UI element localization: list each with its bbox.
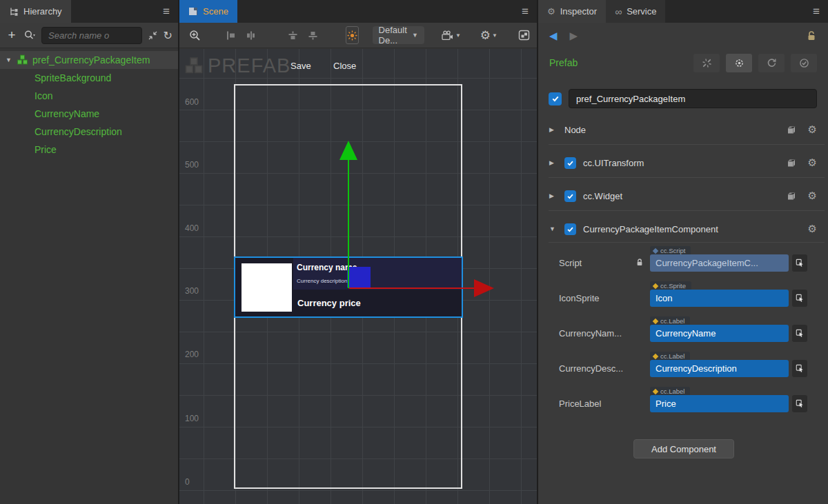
tab-inspector-label: Inspector bbox=[560, 6, 597, 17]
chevron-down-icon: ▼ bbox=[412, 32, 418, 39]
unlock-icon[interactable] bbox=[806, 30, 817, 41]
reference-picker-button[interactable] bbox=[792, 325, 807, 342]
reference-picker-button[interactable] bbox=[792, 395, 807, 412]
tree-row[interactable]: SpriteBackground bbox=[0, 69, 178, 87]
gizmo-y-axis[interactable] bbox=[348, 159, 349, 288]
tab-inspector[interactable]: ⚙ Inspector bbox=[538, 0, 606, 23]
component-header-currencypackageitem[interactable]: ▼ CurrencyPackageItemComponent ⚙ bbox=[549, 219, 817, 239]
close-button[interactable]: Close bbox=[333, 61, 356, 71]
inspector-nav-row: ◀ ▶ bbox=[538, 23, 828, 48]
caret-down-icon[interactable]: ▼ bbox=[549, 225, 558, 232]
prefab-watermark: PREFAB bbox=[184, 54, 290, 77]
node-active-checkbox[interactable] bbox=[549, 92, 562, 105]
tree-node-label: Price bbox=[34, 144, 57, 155]
inspector-panel: ⚙ Inspector ∞ Service ≡ ◀ ▶ Prefab bbox=[538, 0, 828, 504]
inspector-menu-icon[interactable]: ≡ bbox=[805, 6, 828, 17]
sprite-reference-field[interactable]: Icon bbox=[650, 290, 789, 307]
inspector-tabbar: ⚙ Inspector ∞ Service ≡ bbox=[538, 0, 828, 23]
layout-dropdown[interactable]: Default De... ▼ bbox=[373, 26, 424, 44]
component-enabled-checkbox[interactable] bbox=[564, 190, 576, 202]
caret-right-icon[interactable]: ▶ bbox=[549, 126, 558, 133]
hierarchy-menu-icon[interactable]: ≡ bbox=[155, 6, 178, 17]
scene-menu-icon[interactable]: ≡ bbox=[513, 6, 537, 17]
divider bbox=[549, 144, 825, 145]
component-settings-icon[interactable]: ⚙ bbox=[808, 157, 817, 169]
gizmo-x-axis[interactable] bbox=[349, 288, 475, 289]
label-reference-field[interactable]: Price bbox=[650, 395, 789, 412]
tab-scene[interactable]: Scene bbox=[179, 0, 237, 23]
node-name-row bbox=[549, 89, 817, 108]
prefab-row: Prefab bbox=[549, 52, 817, 73]
component-enabled-checkbox[interactable] bbox=[564, 223, 576, 235]
align-center-icon[interactable] bbox=[246, 30, 256, 41]
docs-book-icon[interactable] bbox=[786, 125, 796, 134]
align-left-icon[interactable] bbox=[226, 30, 236, 41]
zoom-icon[interactable] bbox=[189, 30, 201, 41]
save-button[interactable]: Save bbox=[290, 61, 311, 71]
docs-book-icon[interactable] bbox=[786, 158, 796, 168]
tree-row[interactable]: CurrencyDescription bbox=[0, 123, 178, 141]
tree-row-root[interactable]: ▼ pref_CurrencyPackageItem bbox=[0, 51, 178, 69]
tab-hierarchy-label: Hierarchy bbox=[23, 6, 62, 17]
hierarchy-tabbar: Hierarchy ≡ bbox=[0, 0, 178, 23]
camera-dropdown-icon[interactable]: ▼ bbox=[441, 30, 461, 41]
scene-settings-icon[interactable]: ⚙ ▼ bbox=[480, 28, 497, 43]
history-back-icon[interactable]: ◀ bbox=[549, 30, 558, 42]
prefab-revert-button[interactable] bbox=[758, 54, 785, 72]
gizmo-y-axis-arrowhead[interactable] bbox=[339, 141, 357, 160]
label-reference-field[interactable]: CurrencyName bbox=[650, 325, 789, 342]
script-reference-field[interactable]: CurrencyPackageItemC... bbox=[650, 254, 789, 272]
gizmo-xy-plane-handle[interactable] bbox=[347, 267, 371, 288]
property-label: PriceLabel bbox=[559, 399, 640, 409]
prefab-cubes-icon bbox=[184, 57, 204, 75]
component-header-node[interactable]: ▶ Node ⚙ bbox=[549, 119, 817, 140]
prefab-mode-label: PREFAB bbox=[208, 54, 290, 77]
currency-price-label: Currency price bbox=[297, 298, 361, 308]
tab-service[interactable]: ∞ Service bbox=[606, 0, 665, 23]
lock-icon bbox=[635, 258, 644, 267]
reference-picker-button[interactable] bbox=[792, 290, 807, 307]
docs-book-icon[interactable] bbox=[786, 191, 796, 201]
caret-right-icon[interactable]: ▶ bbox=[549, 159, 558, 166]
property-label: Script bbox=[559, 258, 640, 268]
tree-row[interactable]: CurrencyName bbox=[0, 105, 178, 123]
type-diamond-icon bbox=[653, 353, 658, 359]
history-forward-icon[interactable]: ▶ bbox=[570, 30, 578, 42]
node-name-input[interactable] bbox=[569, 89, 817, 108]
add-component-button[interactable]: Add Component bbox=[633, 439, 734, 458]
component-header-uitransform[interactable]: ▶ cc.UITransform ⚙ bbox=[549, 152, 817, 173]
tree-row[interactable]: Icon bbox=[0, 87, 178, 105]
component-settings-icon[interactable]: ⚙ bbox=[808, 223, 817, 235]
label-reference-field[interactable]: CurrencyDescription bbox=[650, 360, 789, 377]
tree-node-label: CurrencyName bbox=[34, 108, 99, 119]
tree-node-label: SpriteBackground bbox=[34, 72, 111, 83]
scene-canvas[interactable]: 600 500 400 300 200 100 0 PREFAB Save Cl… bbox=[179, 49, 537, 504]
component-settings-icon[interactable]: ⚙ bbox=[808, 123, 817, 136]
component-settings-icon[interactable]: ⚙ bbox=[808, 190, 817, 202]
tree-row[interactable]: Price bbox=[0, 141, 178, 159]
distribute-bottom-icon[interactable] bbox=[308, 30, 318, 41]
reference-picker-button[interactable] bbox=[792, 254, 807, 272]
property-label: CurrencyDesc... bbox=[559, 363, 640, 374]
distribute-top-icon[interactable] bbox=[288, 30, 298, 41]
divider bbox=[549, 177, 825, 178]
tab-scene-label: Scene bbox=[203, 6, 228, 17]
caret-down-icon[interactable]: ▼ bbox=[6, 57, 15, 63]
gizmo-x-axis-arrowhead[interactable] bbox=[474, 279, 494, 297]
split-view-icon[interactable] bbox=[518, 30, 530, 41]
prefab-unlink-button[interactable] bbox=[693, 54, 720, 72]
tab-hierarchy[interactable]: Hierarchy bbox=[0, 0, 71, 23]
create-node-button[interactable]: + bbox=[6, 28, 18, 43]
component-name: cc.UITransform bbox=[583, 158, 644, 168]
component-enabled-checkbox[interactable] bbox=[564, 157, 576, 169]
gizmo-light-button[interactable] bbox=[346, 26, 359, 44]
search-input[interactable] bbox=[41, 27, 142, 44]
reference-picker-button[interactable] bbox=[792, 360, 807, 377]
component-header-widget[interactable]: ▶ cc.Widget ⚙ bbox=[549, 185, 817, 206]
refresh-icon[interactable]: ↻ bbox=[164, 29, 172, 42]
caret-right-icon[interactable]: ▶ bbox=[549, 192, 558, 199]
prefab-locate-button[interactable] bbox=[726, 54, 752, 72]
search-filter-icon[interactable] bbox=[23, 30, 36, 41]
collapse-all-icon[interactable] bbox=[148, 30, 158, 41]
prefab-apply-button[interactable] bbox=[791, 54, 817, 72]
